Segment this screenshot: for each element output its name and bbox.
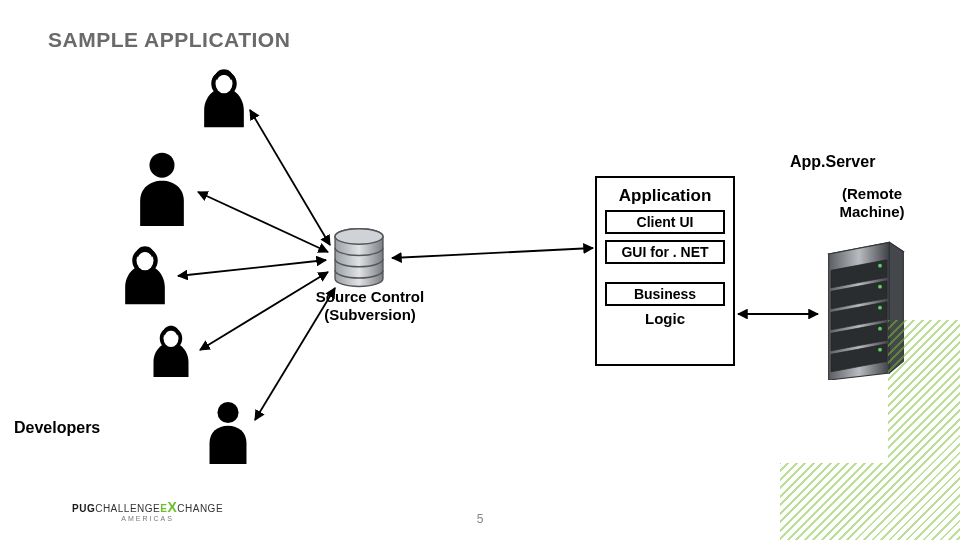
page-number: 5	[477, 512, 484, 526]
person-icon	[116, 242, 174, 310]
svg-line-13	[198, 192, 328, 252]
svg-line-12	[250, 110, 330, 245]
application-title: Application	[605, 186, 725, 206]
remote-line2: Machine)	[839, 203, 904, 220]
database-icon	[330, 228, 388, 290]
svg-point-6	[335, 229, 383, 245]
svg-point-10	[878, 327, 882, 331]
gui-net-box: GUI for . NET	[605, 240, 725, 264]
remote-machine-label: (Remote Machine)	[832, 185, 912, 221]
logo-x-icon: X	[167, 499, 177, 515]
source-control-line1: Source Control	[316, 288, 424, 305]
person-icon	[200, 398, 256, 464]
footer-logo: PUGCHALLENGEEXCHANGE AMERICAS	[72, 499, 223, 522]
developers-label: Developers	[14, 418, 100, 437]
svg-point-7	[878, 264, 882, 268]
client-ui-box: Client UI	[605, 210, 725, 234]
logo-pug: PUG	[72, 503, 95, 514]
svg-point-11	[878, 348, 882, 352]
svg-point-8	[878, 285, 882, 289]
svg-line-14	[178, 260, 326, 276]
slide-title: SAMPLE APPLICATION	[48, 28, 290, 52]
application-box: Application Client UI GUI for . NET Busi…	[595, 176, 735, 366]
logic-label: Logic	[605, 310, 725, 327]
svg-point-9	[878, 306, 882, 310]
appserver-label: App.Server	[790, 152, 875, 171]
remote-line1: (Remote	[842, 185, 902, 202]
person-icon	[195, 65, 253, 133]
logo-challenge: CHALLENGE	[95, 503, 160, 514]
logo-sub: AMERICAS	[121, 515, 174, 522]
business-box: Business	[605, 282, 725, 306]
person-icon	[145, 322, 197, 382]
source-control-line2: (Subversion)	[324, 306, 416, 323]
source-control-label: Source Control (Subversion)	[305, 288, 435, 324]
svg-line-17	[392, 248, 593, 258]
svg-point-1	[150, 153, 175, 178]
svg-point-4	[217, 402, 238, 423]
logo-change: CHANGE	[177, 503, 223, 514]
person-icon	[130, 148, 194, 226]
